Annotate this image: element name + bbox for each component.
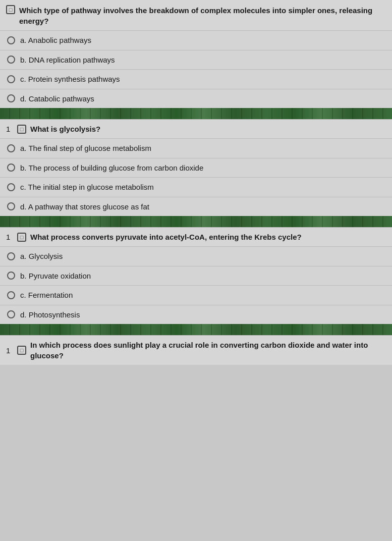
question-text-2: What is glycolysis?: [30, 124, 386, 134]
answer-label-3a: a. Glycolysis: [20, 251, 63, 261]
answer-label-1b: b. DNA replication pathways: [20, 55, 115, 65]
answer-row-1c[interactable]: c. Protein synthesis pathways: [0, 69, 392, 89]
answer-label-1d: d. Catabolic pathways: [20, 94, 94, 104]
answer-row-3a[interactable]: a. Glycolysis: [0, 246, 392, 266]
section-number-4: 1: [6, 346, 13, 355]
radio-icon-2b[interactable]: [7, 164, 15, 172]
divider-bar-2: [0, 216, 392, 227]
answer-label-2b: b. The process of building glucose from …: [20, 163, 203, 173]
question-block-2: 1 □ What is glycolysis? a. The final ste…: [0, 119, 392, 216]
answer-row-3c[interactable]: c. Fermentation: [0, 285, 392, 305]
question-checkbox-icon-4[interactable]: □: [17, 346, 26, 355]
divider-bar-3: [0, 324, 392, 335]
radio-icon-1a[interactable]: [7, 36, 15, 44]
answer-row-2d[interactable]: d. A pathway that stores glucose as fat: [0, 197, 392, 217]
answer-row-3b[interactable]: b. Pyruvate oxidation: [0, 266, 392, 286]
radio-icon-1c[interactable]: [7, 75, 15, 83]
answer-row-2b[interactable]: b. The process of building glucose from …: [0, 158, 392, 178]
question-text-3: What process converts pyruvate into acet…: [30, 232, 386, 242]
question-checkbox-icon[interactable]: □: [6, 5, 15, 14]
question-text-1: Which type of pathway involves the break…: [19, 5, 386, 26]
question-block-3: 1 □ What process converts pyruvate into …: [0, 227, 392, 324]
divider-bar-1: [0, 108, 392, 119]
section-number-3: 1: [6, 233, 13, 241]
answer-label-2c: c. The initial step in glucose metabolis…: [20, 182, 154, 192]
question-row-1: □ Which type of pathway involves the bre…: [0, 0, 392, 30]
question-block-4: 1 □ In which process does sunlight play …: [0, 335, 392, 365]
question-text-4: In which process does sunlight play a cr…: [30, 340, 386, 361]
answer-row-2c[interactable]: c. The initial step in glucose metabolis…: [0, 177, 392, 197]
radio-icon-1b[interactable]: [7, 56, 15, 64]
question-checkbox-icon-3[interactable]: □: [17, 233, 26, 242]
answer-label-1c: c. Protein synthesis pathways: [20, 74, 120, 84]
answer-label-2d: d. A pathway that stores glucose as fat: [20, 202, 149, 212]
answer-label-1a: a. Anabolic pathways: [20, 35, 91, 45]
question-checkbox-icon-2[interactable]: □: [17, 125, 26, 134]
answer-row-1d[interactable]: d. Catabolic pathways: [0, 89, 392, 109]
section-number-2: 1: [6, 125, 13, 133]
section-header-2: 1 □ What is glycolysis?: [0, 119, 392, 138]
answer-row-3d[interactable]: d. Photosynthesis: [0, 305, 392, 324]
question-block-1: □ Which type of pathway involves the bre…: [0, 0, 392, 108]
answer-label-3c: c. Fermentation: [20, 290, 73, 300]
answer-row-1b[interactable]: b. DNA replication pathways: [0, 50, 392, 70]
answer-row-1a[interactable]: a. Anabolic pathways: [0, 30, 392, 50]
radio-icon-2d[interactable]: [7, 202, 15, 210]
answer-row-2a[interactable]: a. The final step of glucose metabolism: [0, 138, 392, 158]
section-header-3: 1 □ What process converts pyruvate into …: [0, 227, 392, 246]
answer-label-3b: b. Pyruvate oxidation: [20, 271, 91, 281]
radio-icon-3b[interactable]: [7, 272, 15, 280]
radio-icon-3a[interactable]: [7, 252, 15, 260]
radio-icon-2c[interactable]: [7, 183, 15, 191]
radio-icon-2a[interactable]: [7, 144, 15, 152]
radio-icon-3c[interactable]: [7, 291, 15, 299]
radio-icon-1d[interactable]: [7, 94, 15, 102]
answer-label-2a: a. The final step of glucose metabolism: [20, 143, 151, 153]
answer-label-3d: d. Photosynthesis: [20, 310, 80, 320]
radio-icon-3d[interactable]: [7, 310, 15, 318]
section-header-4: 1 □ In which process does sunlight play …: [0, 335, 392, 365]
